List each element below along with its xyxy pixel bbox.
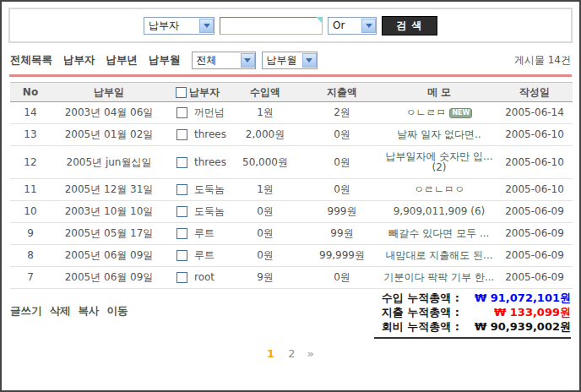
created-date: 2005-06-10 <box>497 179 573 201</box>
month-select[interactable]: 납부월 <box>262 52 318 69</box>
total-label: 수입 누적총액 : <box>382 291 459 305</box>
row-checkbox[interactable] <box>176 184 187 195</box>
memo-link[interactable]: ㅇㄴㄹㅁ NEW <box>382 102 497 124</box>
row-number: 9 <box>10 223 51 245</box>
header-payer: 납부자 <box>167 83 228 102</box>
memo-text[interactable]: ㅇㄴㄹㅁ <box>406 106 447 118</box>
header-created: 작성일 <box>497 83 573 102</box>
memo-link[interactable]: 빼갈수 있다면 모두 ... NEW <box>382 223 497 245</box>
row-checkbox[interactable] <box>176 157 187 168</box>
income-amount: 0원 <box>228 201 302 223</box>
expense-amount: 2원 <box>302 102 382 124</box>
memo-text[interactable]: 납부일자에 숫자만 입... (2) <box>385 150 492 173</box>
footer-area: 글쓰기삭제복사이동 수입 누적총액 :₩ 91,072,101원지출 누적총액 … <box>10 289 571 339</box>
table-row: 11 2005년 12월 31일 도둑놈 1원 0원 ㅇㄹㄴㅁㅇ NEW 200… <box>10 179 573 201</box>
post-count: 게시물 14건 <box>514 53 571 68</box>
table-row: 7 2005년 06월 09일 root 9원 0원 기분이다 팍팍 기부 한.… <box>10 267 573 289</box>
search-operator-select[interactable]: Or <box>328 17 377 35</box>
memo-text[interactable]: 내맘대로 지출해도 된... <box>385 249 492 261</box>
memo-link[interactable]: ㅇㄹㄴㅁㅇ NEW <box>382 179 497 201</box>
created-date: 2005-06-09 <box>497 201 573 223</box>
row-checkbox[interactable] <box>176 272 187 283</box>
search-field-select[interactable]: 납부자 <box>144 17 214 35</box>
payer-cell: 루트 <box>167 223 228 245</box>
expense-amount: 99원 <box>302 223 382 245</box>
pagination-next-icon[interactable]: » <box>307 347 314 360</box>
memo-text[interactable]: 날짜 일자 없다면.. <box>397 128 481 140</box>
scope-select[interactable]: 전체 <box>192 52 256 69</box>
payer-name: 도둑놈 <box>194 184 225 195</box>
income-amount: 1원 <box>228 102 302 124</box>
table-row: 12 2005년 jun월십일 threes 50,000원 0원 납부일자에 … <box>10 146 573 179</box>
filter-link-pay-month[interactable]: 납부월 <box>149 53 181 68</box>
payment-date: 2005년 06월 09일 <box>51 245 167 267</box>
payer-cell: 도둑놈 <box>167 201 228 223</box>
table-row: 8 2005년 06월 09일 루트 0원 99,999원 내맘대로 지출해도 … <box>10 245 573 267</box>
memo-link[interactable]: 내맘대로 지출해도 된... NEW <box>382 245 497 267</box>
payer-name: threes <box>194 129 226 140</box>
memo-text[interactable]: ㅇㄹㄴㅁㅇ <box>414 183 464 195</box>
row-checkbox[interactable] <box>176 206 187 217</box>
chevron-down-icon <box>361 19 376 33</box>
row-checkbox[interactable] <box>176 250 187 261</box>
filter-link-pay-year[interactable]: 납부년 <box>106 53 138 68</box>
search-input[interactable] <box>220 17 323 35</box>
row-checkbox[interactable] <box>176 129 187 140</box>
total-row: 회비 누적총액 :₩ 90,939,002원 <box>374 319 571 334</box>
chevron-down-icon <box>302 53 317 68</box>
payer-cell: 루트 <box>167 245 228 267</box>
pagination-page-link[interactable]: 2 <box>288 347 295 360</box>
pagination-current-page[interactable]: 1 <box>267 347 274 360</box>
payment-date: 2005년 jun월십일 <box>51 146 167 179</box>
row-number: 8 <box>10 245 51 267</box>
filter-row: 전체목록 납부자 납부년 납부월 전체 납부월 게시물 14건 <box>10 51 571 70</box>
memo-link[interactable]: 날짜 일자 없다면.. NEW <box>382 124 497 146</box>
expense-amount: 0원 <box>302 124 382 146</box>
row-checkbox[interactable] <box>176 107 187 118</box>
action-link[interactable]: 복사 <box>79 304 100 317</box>
memo-link[interactable]: 9,909,011,909 (6) NEW <box>382 201 497 223</box>
filter-link-payer[interactable]: 납부자 <box>63 53 95 68</box>
action-link[interactable]: 삭제 <box>50 304 71 317</box>
expense-amount: 0원 <box>302 146 382 179</box>
memo-text[interactable]: 빼갈수 있다면 모두 ... <box>389 227 490 239</box>
total-value: ₩ 90,939,002원 <box>459 319 571 334</box>
input-corner-marker-icon <box>316 17 322 23</box>
search-operator-select-value: Or <box>333 19 345 31</box>
expense-amount: 0원 <box>302 267 382 289</box>
created-date: 2005-06-09 <box>497 223 573 245</box>
totals-divider <box>374 337 571 339</box>
total-label: 지출 누적총액 : <box>382 305 459 319</box>
memo-link[interactable]: 기분이다 팍팍 기부 한... NEW <box>382 267 497 289</box>
created-date: 2005-06-10 <box>497 146 573 179</box>
table-row: 9 2005년 05월 17일 루트 0원 99원 빼갈수 있다면 모두 ...… <box>10 223 573 245</box>
header-memo: 메 모 <box>382 83 497 102</box>
search-panel: 납부자 Or 검 색 <box>8 8 573 43</box>
payer-cell: threes <box>167 146 228 179</box>
select-all-checkbox[interactable] <box>176 87 187 98</box>
total-row: 지출 누적총액 :₩ 133,099원 <box>374 305 571 319</box>
row-number: 10 <box>10 201 51 223</box>
table-row: 10 2003년 10월 10일 도둑놈 0원 999원 9,909,011,9… <box>10 201 573 223</box>
payment-table: No 납부일 납부자 수입액 지출액 메 모 작성일 14 2003년 04월 … <box>10 82 573 289</box>
expense-amount: 99,999원 <box>302 245 382 267</box>
action-link[interactable]: 이동 <box>107 304 128 317</box>
income-amount: 2,000원 <box>228 124 302 146</box>
action-link[interactable]: 글쓰기 <box>10 304 42 317</box>
search-field-select-value: 납부자 <box>149 19 179 33</box>
payer-name: 도둑놈 <box>194 206 225 217</box>
payment-date: 2003년 04월 06일 <box>51 102 167 124</box>
header-payer-label: 납부자 <box>189 85 220 100</box>
payment-date: 2003년 10월 10일 <box>51 201 167 223</box>
scope-select-value: 전체 <box>197 53 217 68</box>
row-checkbox[interactable] <box>176 228 187 239</box>
memo-text[interactable]: 기분이다 팍팍 기부 한... <box>384 271 495 283</box>
payment-date: 2005년 01월 02일 <box>51 124 167 146</box>
memo-text[interactable]: 9,909,011,909 (6) <box>394 205 486 217</box>
filter-link-all-list[interactable]: 전체목록 <box>10 53 52 68</box>
memo-link[interactable]: 납부일자에 숫자만 입... (2) NEW <box>382 146 497 179</box>
payment-date: 2005년 12월 31일 <box>51 179 167 201</box>
row-number: 13 <box>10 124 51 146</box>
new-badge: NEW <box>449 108 472 118</box>
search-button[interactable]: 검 색 <box>382 16 437 35</box>
